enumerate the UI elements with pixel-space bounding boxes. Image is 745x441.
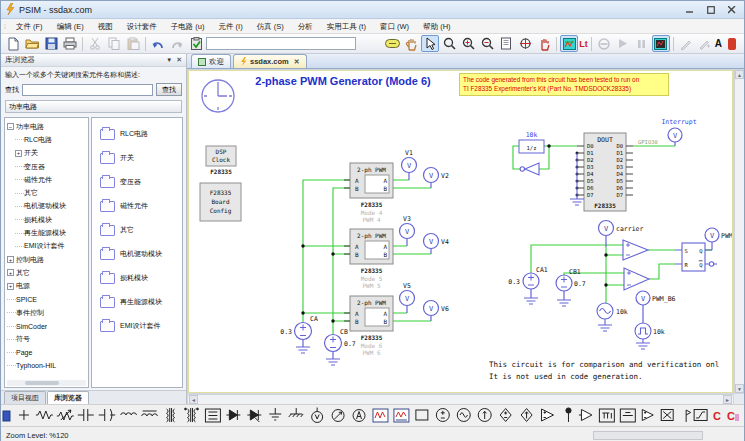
scope-2ch-icon[interactable] xyxy=(394,409,409,422)
tree-item[interactable]: 事件控制 xyxy=(7,306,88,319)
comparator-icon[interactable] xyxy=(642,410,653,421)
expand-icon[interactable]: + xyxy=(7,283,14,290)
dsp-clock-block[interactable]: DSP Clock F28335 xyxy=(206,146,236,175)
summer-icon[interactable] xyxy=(661,410,673,421)
add-element-icon[interactable] xyxy=(19,410,29,420)
zoom-area-icon[interactable] xyxy=(516,35,534,52)
canvas-vertical-scrollbar[interactable]: ▲ ▼ xyxy=(734,70,744,393)
comparator-1[interactable] xyxy=(623,240,648,260)
tree-item[interactable]: EMI设计套件 xyxy=(7,240,88,253)
cut-icon[interactable] xyxy=(86,35,104,52)
voltage-sensor-icon[interactable] xyxy=(332,410,344,422)
tree-item[interactable]: 损耗模块 xyxy=(7,213,88,226)
zoom-in-icon[interactable] xyxy=(459,35,477,52)
open-file-icon[interactable] xyxy=(23,35,41,52)
scroll-left-icon[interactable]: ◄ xyxy=(189,395,198,404)
toolbar-search-input[interactable] xyxy=(206,37,356,50)
menu-edit[interactable]: 编辑 (E) xyxy=(50,19,91,34)
save-icon[interactable] xyxy=(42,35,60,52)
library-folder[interactable]: EMI设计套件 xyxy=(94,314,180,338)
close-tab-icon[interactable]: ✕ xyxy=(294,58,300,66)
edit-pencil-icon[interactable] xyxy=(677,35,695,52)
run-icon[interactable] xyxy=(614,35,632,52)
schematic-footer-text[interactable]: This circuit is for comparison and verif… xyxy=(489,359,733,383)
diode-icon[interactable] xyxy=(226,410,240,420)
menu-utilities[interactable]: 实用工具 (t) xyxy=(320,19,373,34)
not-gate[interactable] xyxy=(520,163,539,175)
voltage-probe-icon[interactable] xyxy=(312,408,323,423)
category-selector[interactable]: 功率电路 xyxy=(5,100,182,113)
label-node-icon[interactable] xyxy=(686,410,690,422)
menu-file[interactable]: 文件 (F) xyxy=(9,19,50,34)
minimize-button[interactable] xyxy=(681,3,698,16)
expand-icon[interactable]: + xyxy=(7,256,14,263)
tab-welcome[interactable]: 欢迎 xyxy=(191,54,231,68)
three-winding-transformer-icon[interactable] xyxy=(205,409,220,422)
c-edge-icon[interactable] xyxy=(723,35,741,52)
controlled-voltage-source-icon[interactable] xyxy=(500,409,511,422)
saturable-inductor-icon[interactable] xyxy=(142,411,158,416)
pan-icon[interactable] xyxy=(402,35,420,52)
ideal-transformer-icon[interactable] xyxy=(185,408,199,422)
library-folder[interactable]: 其它 xyxy=(94,218,180,242)
sidebar-menu-icon[interactable]: ▼ xyxy=(166,57,172,63)
ltspice-icon[interactable]: Lt xyxy=(579,39,588,49)
menu-elements[interactable]: 元件 (I) xyxy=(211,19,249,34)
clock-symbol[interactable] xyxy=(202,80,234,112)
c-block-icon[interactable]: C xyxy=(713,410,721,422)
maximize-button[interactable] xyxy=(702,3,719,16)
tree-item[interactable]: RLC电路 xyxy=(7,133,88,146)
resistor-icon[interactable] xyxy=(36,411,53,419)
tree-horizontal-scrollbar[interactable] xyxy=(7,380,86,386)
menu-view[interactable]: 视图 xyxy=(91,19,120,34)
transformer-icon[interactable] xyxy=(167,408,175,422)
inductor-icon[interactable] xyxy=(121,413,137,415)
tree-item[interactable]: SPICE xyxy=(7,293,88,306)
tree-item[interactable]: Typhoon-HIL xyxy=(7,359,88,372)
label-tool-icon[interactable] xyxy=(383,35,401,52)
new-file-icon[interactable] xyxy=(4,35,22,52)
sr-flipflop[interactable]: S Q R Q xyxy=(675,243,717,271)
tree-item[interactable]: 其它 xyxy=(7,186,88,199)
source-ca1[interactable] xyxy=(523,273,539,304)
dc-source-icon[interactable] xyxy=(436,409,449,422)
copy-icon[interactable] xyxy=(105,35,123,52)
print-icon[interactable] xyxy=(61,35,79,52)
expand-icon[interactable]: + xyxy=(7,269,14,276)
select-cursor-icon[interactable] xyxy=(421,35,439,52)
limiter-icon[interactable] xyxy=(694,410,707,421)
unit-delay-block[interactable]: 1/z 10k xyxy=(519,131,544,153)
tree-item[interactable]: 磁性元件 xyxy=(7,173,88,186)
capacitor-icon[interactable] xyxy=(78,409,94,421)
tree-item[interactable]: 符号 xyxy=(7,333,88,346)
tree-item[interactable]: −功率电路 xyxy=(7,120,88,133)
scroll-down-icon[interactable]: ▼ xyxy=(735,384,744,393)
edit-curve-icon[interactable] xyxy=(696,35,714,52)
menu-help[interactable]: 帮助 (H) xyxy=(416,19,458,34)
source-cb[interactable] xyxy=(325,335,342,366)
undo-icon[interactable] xyxy=(149,35,167,52)
library-folder[interactable]: 变压器 xyxy=(94,170,180,194)
zoom-icon[interactable] xyxy=(440,35,458,52)
pwm-block-1[interactable]: 2-ph PWM A B A B F28335 Mode 4 PWM 4 xyxy=(344,163,393,223)
tab-document-ssdax[interactable]: ssdax.com ✕ xyxy=(233,54,307,68)
tab-project-view[interactable]: 项目视图 xyxy=(4,391,46,404)
schematic-note[interactable]: The code generated from this circuit has… xyxy=(459,73,669,96)
square-source[interactable] xyxy=(635,323,651,349)
electrolytic-capacitor-icon[interactable] xyxy=(99,409,115,421)
gain-block-icon[interactable] xyxy=(579,410,592,421)
ground-2-icon[interactable] xyxy=(289,408,303,417)
menu-design-suite[interactable]: 设计套件 xyxy=(120,19,164,34)
tree-item[interactable]: +其它 xyxy=(7,266,88,279)
expand-icon[interactable]: + xyxy=(15,150,22,157)
ac-source-icon[interactable] xyxy=(457,409,470,422)
menu-subcircuit[interactable]: 子电路 (u) xyxy=(164,19,212,34)
tree-item[interactable]: 电机驱动模块 xyxy=(7,200,88,213)
runtime-graph-icon[interactable] xyxy=(652,35,670,52)
tree-item[interactable]: +控制电路 xyxy=(7,253,88,266)
schematic-canvas[interactable]: DSP Clock F28335 F28335 Board Config xyxy=(188,70,733,393)
library-folder[interactable]: RLC电路 xyxy=(94,122,180,146)
close-button[interactable] xyxy=(723,3,740,16)
source-ca[interactable] xyxy=(295,323,312,354)
library-folder[interactable]: 开关 xyxy=(94,146,180,170)
